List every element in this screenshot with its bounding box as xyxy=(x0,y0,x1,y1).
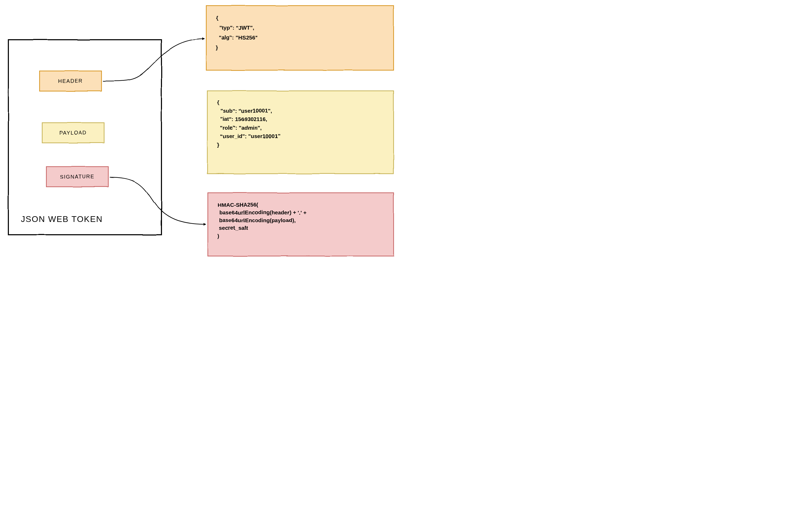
diagram-canvas: JSON WEB TOKEN HEADER PAYLOAD SIGNATURE … xyxy=(0,0,406,264)
jwt-title: JSON WEB TOKEN xyxy=(21,214,103,224)
signature-content-box: HMAC-SHA256( base64urlEncoding(header) +… xyxy=(207,193,394,256)
header-label: HEADER xyxy=(58,78,83,84)
payload-content-box: { "sub": "user10001", "iat": 1569302116,… xyxy=(207,90,394,174)
signature-box: SIGNATURE xyxy=(46,166,109,187)
payload-label: PAYLOAD xyxy=(59,130,87,136)
payload-box: PAYLOAD xyxy=(42,122,104,143)
signature-label: SIGNATURE xyxy=(60,174,95,180)
header-content-box: { "typ": "JWT", "alg": "HS256" } xyxy=(206,5,394,71)
header-box: HEADER xyxy=(39,71,102,91)
